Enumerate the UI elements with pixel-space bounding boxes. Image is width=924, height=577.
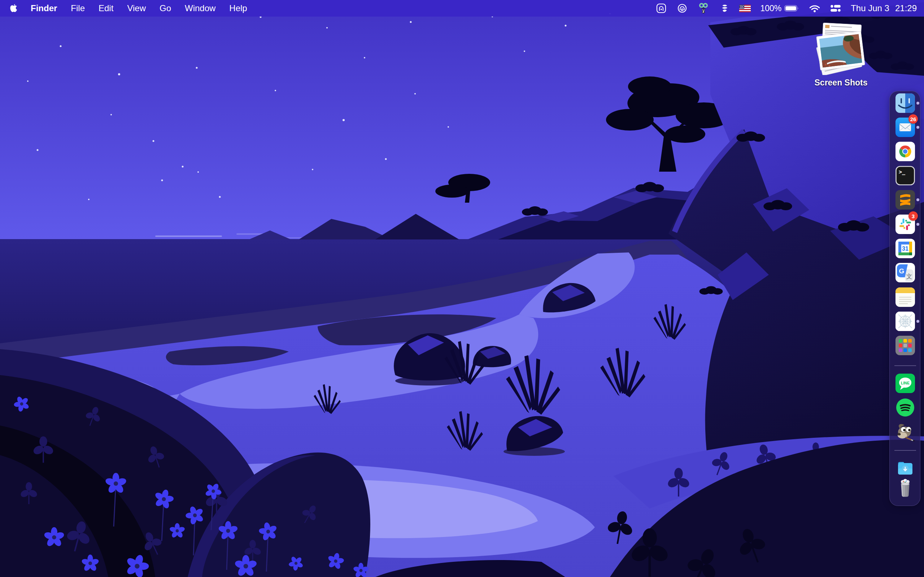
wireframe-sphere-icon <box>895 311 915 331</box>
dock-item-wireframe-app[interactable] <box>895 311 915 331</box>
trash-full-icon <box>895 479 915 498</box>
dock-item-launchpad[interactable] <box>895 336 915 355</box>
us-flag-icon[interactable] <box>739 5 751 12</box>
clock-date: Thu Jun 3 <box>851 3 889 13</box>
scissors-icon[interactable] <box>697 2 709 15</box>
dock: 26 >_ <box>889 91 921 506</box>
menu-bar-clock[interactable]: Thu Jun 3 21:29 <box>851 3 917 13</box>
screen-mirroring-icon[interactable] <box>656 3 667 14</box>
running-indicator <box>916 320 919 323</box>
dock-item-google-calendar[interactable]: 31 <box>895 239 915 258</box>
google-translate-icon: 文 G <box>895 263 915 282</box>
dock-item-trash[interactable] <box>895 479 915 498</box>
finder-icon <box>895 93 915 113</box>
control-center-icon[interactable] <box>830 4 842 13</box>
dock-item-downloads[interactable] <box>895 458 915 477</box>
dock-item-mail[interactable]: 26 <box>895 118 915 137</box>
screenshots-stack-icon <box>811 21 871 75</box>
slack-badge: 3 <box>908 211 918 221</box>
menu-item-go[interactable]: Go <box>153 0 178 16</box>
swirl-icon[interactable] <box>719 3 730 14</box>
translate-char: 文 <box>906 273 913 280</box>
terminal-prompt: >_ <box>899 169 906 175</box>
apple-menu[interactable] <box>7 3 24 13</box>
dock-item-sublime[interactable] <box>895 190 915 210</box>
line-icon: LINE <box>895 374 915 393</box>
running-indicator <box>916 126 919 129</box>
mail-badge: 26 <box>908 114 918 124</box>
menu-item-finder[interactable]: Finder <box>24 0 64 16</box>
dock-item-slack[interactable]: 3 <box>895 214 915 234</box>
gimp-icon <box>895 422 915 442</box>
battery-percent: 100% <box>760 3 782 13</box>
dock-item-gimp[interactable] <box>895 422 915 442</box>
spotify-icon <box>895 398 915 417</box>
headphones-circle-icon[interactable] <box>677 3 688 14</box>
dock-separator <box>894 450 916 451</box>
stack-label[interactable]: Screen Shots <box>811 78 871 88</box>
terminal-icon: >_ <box>895 166 915 185</box>
battery-icon[interactable] <box>784 4 800 12</box>
translate-g: G <box>899 267 905 275</box>
dock-item-notes[interactable] <box>895 287 915 307</box>
running-indicator <box>916 198 919 201</box>
menu-item-file[interactable]: File <box>64 0 92 16</box>
desktop-wallpaper[interactable] <box>0 0 924 577</box>
menu-item-edit[interactable]: Edit <box>92 0 120 16</box>
menu-item-view[interactable]: View <box>120 0 153 16</box>
downloads-folder-icon <box>895 458 915 477</box>
dock-item-finder[interactable] <box>895 93 915 113</box>
wifi-icon[interactable] <box>809 4 821 13</box>
running-indicator <box>916 102 919 105</box>
dock-item-google-translate[interactable]: 文 G <box>895 263 915 282</box>
menu-bar: Finder File Edit View Go Window Help <box>0 0 924 16</box>
sublime-text-icon <box>895 190 915 210</box>
menu-item-help[interactable]: Help <box>222 0 254 16</box>
dock-item-spotify[interactable] <box>895 398 915 417</box>
screenshots-stack[interactable]: Screen Shots <box>811 21 871 88</box>
google-calendar-icon: 31 <box>895 239 915 258</box>
menu-item-window[interactable]: Window <box>178 0 222 16</box>
chrome-icon <box>895 142 915 161</box>
dock-item-line[interactable]: LINE <box>895 374 915 393</box>
launchpad-icon <box>895 336 915 355</box>
running-indicator <box>916 223 919 226</box>
notes-icon <box>895 287 915 307</box>
dock-separator <box>894 365 916 366</box>
dock-item-terminal[interactable]: >_ <box>895 166 915 185</box>
line-logo-text: LINE <box>901 381 909 385</box>
dock-item-chrome[interactable] <box>895 142 915 161</box>
calendar-day: 31 <box>902 246 908 252</box>
apple-icon <box>10 3 18 13</box>
clock-time: 21:29 <box>895 3 917 13</box>
